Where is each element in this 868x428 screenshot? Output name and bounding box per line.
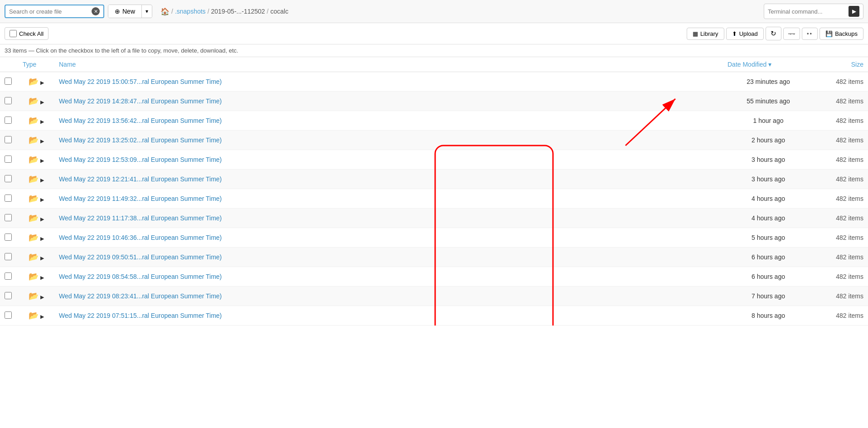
check-all-button[interactable]: Check All <box>5 27 48 40</box>
terminal-container: ▶ <box>764 4 863 19</box>
new-button[interactable]: ⊕ New <box>108 5 142 18</box>
new-button-group: ⊕ New ▾ <box>108 5 152 18</box>
folder-arrow-icon: ▶ <box>40 119 44 124</box>
plus-icon: ⊕ <box>115 8 120 15</box>
header-date-modified[interactable]: Date Modified ▾ <box>723 57 814 72</box>
folder-icon: 📂 <box>29 311 39 320</box>
info-bar: 33 items — Click on the checkbox to the … <box>0 44 868 57</box>
row-checkbox[interactable] <box>5 117 12 124</box>
folder-icon: 📂 <box>29 214 39 223</box>
new-dropdown-button[interactable]: ▾ <box>142 5 152 17</box>
library-button[interactable]: ▦ Library <box>687 28 724 40</box>
header-type[interactable]: Type <box>18 57 54 72</box>
file-name-link[interactable]: Wed May 22 2019 08:23:41...ral European … <box>59 292 222 300</box>
file-name-link[interactable]: Wed May 22 2019 12:53:09...ral European … <box>59 156 222 163</box>
backups-button[interactable]: 💾 Backups <box>820 28 863 40</box>
row-type-cell: 📂 ▶ <box>18 228 54 248</box>
file-name-link[interactable]: Wed May 22 2019 12:21:41...ral European … <box>59 175 222 183</box>
row-type-cell: 📂 ▶ <box>18 111 54 131</box>
row-checkbox[interactable] <box>5 156 12 163</box>
file-name-link[interactable]: Wed May 22 2019 07:51:15...ral European … <box>59 312 222 319</box>
table-row: 📂 ▶ Wed May 22 2019 11:17:38...ral Europ… <box>0 209 868 228</box>
upload-label: Upload <box>739 30 758 37</box>
row-name-cell: Wed May 22 2019 08:23:41...ral European … <box>54 287 723 306</box>
file-name-link[interactable]: Wed May 22 2019 15:00:57...ral European … <box>59 78 222 85</box>
row-name-cell: Wed May 22 2019 12:53:09...ral European … <box>54 150 723 170</box>
folder-icon: 📂 <box>29 77 39 86</box>
row-date-cell: 3 hours ago <box>723 170 814 189</box>
file-name-link[interactable]: Wed May 22 2019 11:49:32...ral European … <box>59 195 222 202</box>
refresh-button[interactable]: ↻ <box>766 27 781 40</box>
folder-arrow-icon: ▶ <box>40 236 44 241</box>
row-checkbox-cell <box>0 170 18 189</box>
row-checkbox[interactable] <box>5 233 12 241</box>
row-checkbox[interactable] <box>5 272 12 280</box>
folder-arrow-icon: ▶ <box>40 99 44 105</box>
check-all-checkbox[interactable] <box>10 30 17 37</box>
type-header-label: Type <box>23 61 36 68</box>
row-type-cell: 📂 ▶ <box>18 287 54 306</box>
home-icon[interactable]: 🏠 <box>160 7 170 16</box>
row-checkbox[interactable] <box>5 292 12 299</box>
row-checkbox[interactable] <box>5 78 12 85</box>
row-checkbox[interactable] <box>5 214 12 221</box>
row-type-cell: 📂 ▶ <box>18 209 54 228</box>
action-toolbar: Check All ▦ Library ⬆ Upload ↻ ~~ •• 💾 B… <box>0 23 868 44</box>
table-header: Type Name Date Modified ▾ Size <box>0 57 868 72</box>
search-input[interactable] <box>9 8 92 15</box>
row-checkbox[interactable] <box>5 175 12 182</box>
upload-button[interactable]: ⬆ Upload <box>726 28 764 40</box>
row-date-cell: 1 hour ago <box>723 111 814 131</box>
mask-icon: •• <box>807 30 813 37</box>
header-name[interactable]: Name <box>54 57 723 72</box>
folder-arrow-icon: ▶ <box>40 216 44 222</box>
row-date-cell: 6 hours ago <box>723 248 814 267</box>
terminal-input[interactable] <box>768 8 845 15</box>
row-checkbox[interactable] <box>5 311 12 319</box>
refresh-icon: ↻ <box>771 29 776 38</box>
row-size-cell: 482 items <box>814 111 868 131</box>
row-name-cell: Wed May 22 2019 09:50:51...ral European … <box>54 248 723 267</box>
run-button[interactable]: ▶ <box>849 6 859 17</box>
hide-button[interactable]: ~~ <box>783 28 800 40</box>
file-name-link[interactable]: Wed May 22 2019 11:17:38...ral European … <box>59 214 222 222</box>
name-header-label: Name <box>59 61 76 68</box>
row-checkbox[interactable] <box>5 253 12 260</box>
row-date-cell: 4 hours ago <box>723 209 814 228</box>
file-table-body: 📂 ▶ Wed May 22 2019 15:00:57...ral Europ… <box>0 72 868 326</box>
row-name-cell: Wed May 22 2019 15:00:57...ral European … <box>54 72 723 92</box>
header-checkbox <box>0 57 18 72</box>
folder-icon: 📂 <box>29 97 39 106</box>
breadcrumb-snapshots[interactable]: .snapshots <box>175 8 206 15</box>
row-type-cell: 📂 ▶ <box>18 267 54 287</box>
file-name-link[interactable]: Wed May 22 2019 14:28:47...ral European … <box>59 97 222 105</box>
file-name-link[interactable]: Wed May 22 2019 13:25:02...ral European … <box>59 136 222 144</box>
file-name-link[interactable]: Wed May 22 2019 13:56:42...ral European … <box>59 117 222 124</box>
table-row: 📂 ▶ Wed May 22 2019 11:49:32...ral Europ… <box>0 189 868 209</box>
row-checkbox[interactable] <box>5 195 12 202</box>
row-checkbox[interactable] <box>5 97 12 104</box>
search-clear-button[interactable]: ✕ <box>92 7 100 15</box>
table-row: 📂 ▶ Wed May 22 2019 09:50:51...ral Europ… <box>0 248 868 267</box>
row-size-cell: 482 items <box>814 92 868 111</box>
file-name-link[interactable]: Wed May 22 2019 09:50:51...ral European … <box>59 253 222 261</box>
row-type-cell: 📂 ▶ <box>18 72 54 92</box>
row-name-cell: Wed May 22 2019 12:21:41...ral European … <box>54 170 723 189</box>
file-table: Type Name Date Modified ▾ Size 📂 <box>0 57 868 326</box>
row-checkbox-cell <box>0 267 18 287</box>
breadcrumb-sep2: / <box>208 8 209 15</box>
file-name-link[interactable]: Wed May 22 2019 08:54:58...ral European … <box>59 273 222 280</box>
row-name-cell: Wed May 22 2019 13:25:02...ral European … <box>54 131 723 150</box>
folder-icon: 📂 <box>29 155 39 164</box>
backups-label: Backups <box>835 30 858 37</box>
folder-arrow-icon: ▶ <box>40 80 44 85</box>
mask-button[interactable]: •• <box>802 28 818 40</box>
folder-arrow-icon: ▶ <box>40 158 44 163</box>
folder-icon: 📂 <box>29 233 39 242</box>
library-label: Library <box>700 30 718 37</box>
row-checkbox[interactable] <box>5 136 12 143</box>
file-name-link[interactable]: Wed May 22 2019 10:46:36...ral European … <box>59 234 222 241</box>
row-checkbox-cell <box>0 287 18 306</box>
header-size[interactable]: Size <box>814 57 868 72</box>
info-text: 33 items — Click on the checkbox to the … <box>5 47 238 54</box>
